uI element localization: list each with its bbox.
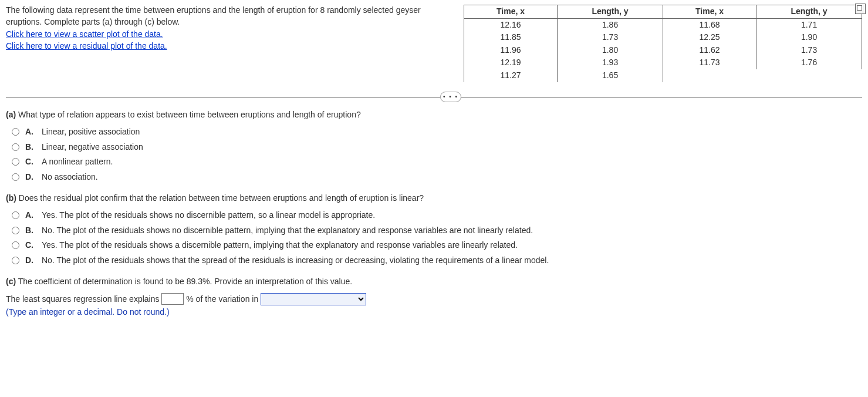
qb-option-c-text: Yes. The plot of the residuals shows a d… <box>42 240 518 251</box>
qb-option-d-radio[interactable] <box>12 257 19 264</box>
copy-icon[interactable] <box>855 4 866 14</box>
intro-text: The following data represent the time be… <box>6 5 452 28</box>
cell: 11.85 <box>464 31 558 44</box>
qa-option-a-radio[interactable] <box>12 128 19 136</box>
cell: 11.96 <box>464 44 558 57</box>
col-header: Length, y <box>756 5 862 19</box>
qa-option-c-text: A nonlinear pattern. <box>42 156 113 168</box>
qa-option-b-text: Linear, negative association <box>42 142 143 153</box>
cell: 1.65 <box>558 69 663 82</box>
qa-option-d-radio[interactable] <box>12 173 19 181</box>
cell: 11.73 <box>663 56 756 69</box>
cell <box>663 69 756 82</box>
option-letter: B. <box>25 225 36 237</box>
qb-option-a-radio[interactable] <box>12 211 19 219</box>
question-b-text: Does the residual plot confirm that the … <box>19 193 424 203</box>
cell: 12.19 <box>464 56 558 69</box>
cell: 1.90 <box>756 31 862 44</box>
option-letter: C. <box>25 156 36 168</box>
table-row: 11.27 1.65 <box>464 69 862 82</box>
question-c-text: The coefficient of determination is foun… <box>18 277 352 286</box>
option-letter: B. <box>25 142 36 153</box>
col-header: Time, x <box>464 5 558 19</box>
scatter-plot-link[interactable]: Click here to view a scatter plot of the… <box>6 29 452 41</box>
option-letter: C. <box>25 240 36 251</box>
question-a: (a) What type of relation appears to exi… <box>6 109 862 121</box>
question-c: (c) The coefficient of determination is … <box>6 276 862 288</box>
table-row: 11.85 1.73 12.25 1.90 <box>464 31 862 44</box>
fill-text-before: The least squares regression line explai… <box>6 294 159 304</box>
data-table: Time, x Length, y Time, x Length, y 12.1… <box>464 5 862 82</box>
option-letter: D. <box>25 255 36 267</box>
qb-option-b-radio[interactable] <box>12 227 19 234</box>
cell: 11.62 <box>663 44 756 57</box>
qb-option-c-radio[interactable] <box>12 241 19 249</box>
qa-option-b-radio[interactable] <box>12 143 19 151</box>
cell: 1.73 <box>558 31 663 44</box>
question-a-label: (a) <box>6 110 16 119</box>
col-header: Time, x <box>663 5 756 19</box>
cell: 1.80 <box>558 44 663 57</box>
cell: 1.93 <box>558 56 663 69</box>
cell: 1.76 <box>756 56 862 69</box>
col-header: Length, y <box>558 5 663 19</box>
cell: 11.68 <box>663 18 756 31</box>
qb-option-a-text: Yes. The plot of the residuals shows no … <box>42 210 375 221</box>
qb-option-b-text: No. The plot of the residuals shows no d… <box>42 225 533 237</box>
qa-option-c-radio[interactable] <box>12 158 19 166</box>
cell <box>756 69 862 82</box>
question-b: (b) Does the residual plot confirm that … <box>6 193 862 204</box>
divider <box>6 97 862 97</box>
option-letter: A. <box>25 210 36 221</box>
question-c-label: (c) <box>6 277 16 286</box>
table-row: 12.16 1.86 11.68 1.71 <box>464 18 862 31</box>
qa-option-a-text: Linear, positive association <box>42 126 140 138</box>
cell: 1.73 <box>756 44 862 57</box>
qa-option-d-text: No association. <box>42 171 98 183</box>
table-row: 12.19 1.93 11.73 1.76 <box>464 56 862 69</box>
cell: 11.27 <box>464 69 558 82</box>
question-b-label: (b) <box>6 193 16 203</box>
table-row: 11.96 1.80 11.62 1.73 <box>464 44 862 57</box>
option-letter: D. <box>25 171 36 183</box>
variation-select[interactable] <box>261 293 366 305</box>
question-a-text: What type of relation appears to exist b… <box>18 110 361 119</box>
cell: 1.86 <box>558 18 663 31</box>
option-letter: A. <box>25 126 36 138</box>
expand-ellipsis-button[interactable]: • • • <box>440 92 461 102</box>
fill-text-mid: % of the variation in <box>186 294 258 304</box>
cell: 12.25 <box>663 31 756 44</box>
residual-plot-link[interactable]: Click here to view a residual plot of th… <box>6 41 452 52</box>
cell: 12.16 <box>464 18 558 31</box>
qb-option-d-text: No. The plot of the residuals shows that… <box>42 255 549 267</box>
percent-input[interactable] <box>161 293 184 305</box>
cell: 1.71 <box>756 18 862 31</box>
table-header-row: Time, x Length, y Time, x Length, y <box>464 5 862 19</box>
input-hint: (Type an integer or a decimal. Do not ro… <box>6 307 862 318</box>
